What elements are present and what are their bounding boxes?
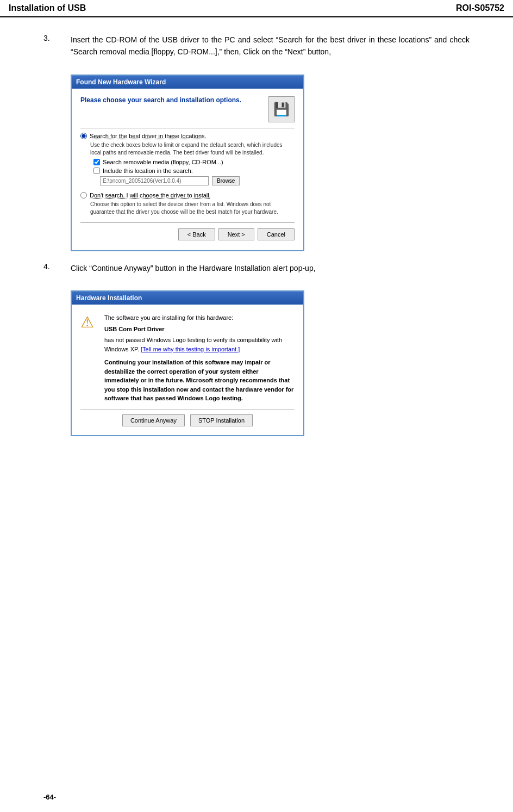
wizard-header-row: Please choose your search and installati… xyxy=(80,96,295,122)
wizard-heading: Please choose your search and installati… xyxy=(80,96,241,104)
cancel-button[interactable]: Cancel xyxy=(258,228,295,240)
step-3: 3. Insert the CD-ROM of the USB driver t… xyxy=(43,34,470,58)
stop-installation-button[interactable]: STOP Installation xyxy=(190,414,253,426)
radio-search-label: Search for the best driver in these loca… xyxy=(90,133,207,139)
step-4-number: 4. xyxy=(43,262,60,274)
hw-line1: The software you are installing for this… xyxy=(104,313,295,323)
wizard-titlebar: Found New Hardware Wizard xyxy=(72,76,303,89)
wizard-body: Please choose your search and installati… xyxy=(72,89,303,250)
hw-bold-warning: Continuing your installation of this sof… xyxy=(104,358,295,403)
step-4: 4. Click “Continue Anyway” button in the… xyxy=(43,262,470,274)
step-4-text: Click “Continue Anyway” button in the Ha… xyxy=(71,262,316,274)
wizard-divider xyxy=(80,128,295,128)
radio-dont-search[interactable] xyxy=(80,192,87,199)
dont-search-helper: Choose this option to select the device … xyxy=(90,201,295,216)
wizard-dialog: Found New Hardware Wizard Please choose … xyxy=(71,75,304,251)
wizard-title: Found New Hardware Wizard xyxy=(76,78,166,86)
radio-search[interactable] xyxy=(80,133,87,139)
hw-line2: has not passed Windows Logo testing to v… xyxy=(104,336,295,354)
checkbox-location[interactable] xyxy=(93,168,100,174)
checkbox-row-2: Include this location in the search: xyxy=(93,168,295,174)
page-header: Installation of USB ROI-S05752 xyxy=(0,0,513,17)
checkbox-removable[interactable] xyxy=(93,159,100,165)
radio-section-2: Don't search. I will choose the driver t… xyxy=(80,192,295,216)
next-button[interactable]: Next > xyxy=(218,228,254,240)
page-number: -64- xyxy=(43,793,56,801)
radio-row-1: Search for the best driver in these loca… xyxy=(80,133,295,139)
path-row: Browse xyxy=(100,176,295,185)
hw-dialog: Hardware Installation ⚠ The software you… xyxy=(71,290,304,436)
hw-divider xyxy=(80,410,295,410)
step-3-number: 3. xyxy=(43,34,60,58)
hw-buttons: Continue Anyway STOP Installation xyxy=(80,414,295,426)
checkbox-location-label: Include this location in the search: xyxy=(103,168,193,174)
wizard-buttons: < Back Next > Cancel xyxy=(80,222,295,243)
wizard-icon: 💾 xyxy=(268,96,295,122)
back-button[interactable]: < Back xyxy=(178,228,215,240)
checkbox-row-1: Search removable media (floppy, CD-ROM..… xyxy=(93,159,295,165)
header-title: Installation of USB xyxy=(9,3,86,13)
hw-body: ⚠ The software you are installing for th… xyxy=(72,305,303,435)
hw-text-block: The software you are installing for this… xyxy=(104,313,295,403)
checkbox-removable-label: Search removable media (floppy, CD-ROM..… xyxy=(103,159,223,165)
hw-titlebar: Hardware Installation xyxy=(72,292,303,305)
continue-anyway-button[interactable]: Continue Anyway xyxy=(122,414,185,426)
radio-row-2: Don't search. I will choose the driver t… xyxy=(80,192,295,199)
page-content: 3. Insert the CD-ROM of the USB driver t… xyxy=(0,17,513,479)
radio-dont-search-label: Don't search. I will choose the driver t… xyxy=(90,192,211,199)
hw-product-name: USB Com Port Driver xyxy=(104,325,295,334)
step-3-text: Insert the CD-ROM of the USB driver to t… xyxy=(71,34,470,58)
hw-link[interactable]: [Tell me why this testing is important.] xyxy=(141,346,240,352)
hw-title: Hardware Installation xyxy=(76,294,142,302)
page-footer: -64- xyxy=(43,793,56,801)
browse-button[interactable]: Browse xyxy=(212,176,240,185)
path-input[interactable] xyxy=(100,176,209,185)
warning-icon: ⚠ xyxy=(80,313,98,331)
radio-section-1: Search for the best driver in these loca… xyxy=(80,133,295,185)
header-code: ROI-S05752 xyxy=(456,3,504,13)
hw-warning-row: ⚠ The software you are installing for th… xyxy=(80,313,295,403)
helper-text-1: Use the check boxes below to limit or ex… xyxy=(90,141,295,157)
